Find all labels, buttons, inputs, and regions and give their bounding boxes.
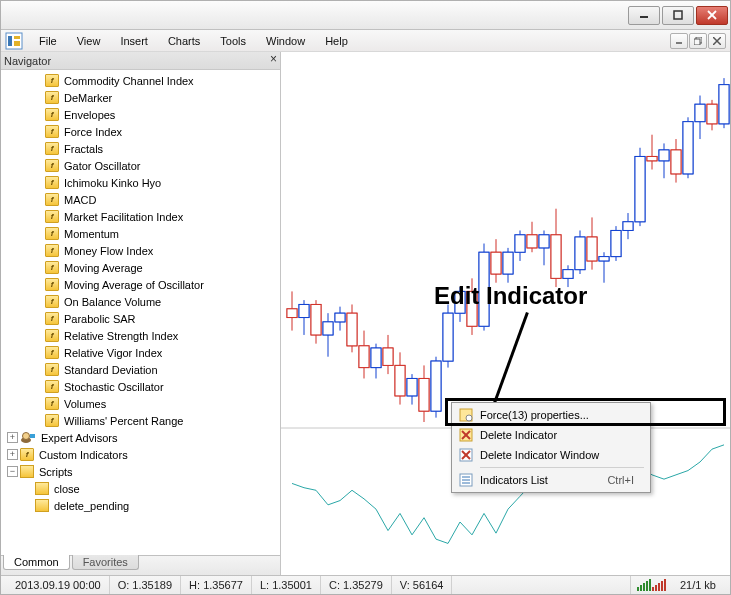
svg-rect-48 [407,378,417,395]
navigator-close-button[interactable]: × [270,53,277,65]
tree-indicator-item[interactable]: DeMarker [7,89,280,106]
tree-indicator-item[interactable]: Moving Average [7,259,280,276]
script-icon [35,499,49,512]
tree-label: Williams' Percent Range [64,415,183,427]
indicator-icon [45,346,59,359]
menu-view[interactable]: View [67,33,111,49]
tree-indicator-item[interactable]: Ichimoku Kinko Hyo [7,174,280,191]
svg-rect-36 [359,346,369,368]
menu-window[interactable]: Window [256,33,315,49]
expander-icon[interactable]: + [7,449,18,460]
tree-indicator-item[interactable]: Moving Average of Oscillator [7,276,280,293]
app-icon [5,32,23,50]
tree-indicator-item[interactable]: Money Flow Index [7,242,280,259]
tree-indicator-item[interactable]: Momentum [7,225,280,242]
delete-window-icon [458,447,474,463]
annotation-label: Edit Indicator [434,282,587,310]
tree-indicator-item[interactable]: Force Index [7,123,280,140]
expander-icon[interactable]: − [7,466,18,477]
menu-file[interactable]: File [29,33,67,49]
svg-rect-39 [371,348,381,368]
tree-script-item[interactable]: close [7,480,280,497]
indicator-icon [45,397,59,410]
window-maximize-button[interactable] [662,6,694,25]
tree-indicator-item[interactable]: Stochastic Oscillator [7,378,280,395]
ctx-separator [480,467,644,468]
indicator-icon [45,329,59,342]
tree-label: Moving Average [64,262,143,274]
mdi-minimize-button[interactable] [670,33,688,49]
tab-common[interactable]: Common [3,555,70,570]
chart-area[interactable]: Edit Indicator Force(13) properties... D… [281,52,730,575]
window-minimize-button[interactable] [628,6,660,25]
tree-label: Parabolic SAR [64,313,136,325]
tree-script-item[interactable]: delete_pending [7,497,280,514]
tree-label: Gator Oscillator [64,160,140,172]
tree-indicator-item[interactable]: Standard Deviation [7,361,280,378]
svg-rect-126 [719,85,729,124]
tree-indicator-item[interactable]: Parabolic SAR [7,310,280,327]
tree-label: Force Index [64,126,122,138]
svg-rect-90 [575,237,585,270]
svg-rect-117 [683,122,693,174]
tree-indicator-item[interactable]: Williams' Percent Range [7,412,280,429]
tree-label: On Balance Volume [64,296,161,308]
indicator-icon [45,91,59,104]
menu-insert[interactable]: Insert [110,33,158,49]
delete-indicator-icon [458,427,474,443]
svg-rect-5 [8,36,12,46]
tab-favorites[interactable]: Favorites [72,555,139,570]
menu-help[interactable]: Help [315,33,358,49]
tree-indicator-item[interactable]: Envelopes [7,106,280,123]
tree-indicator-item[interactable]: Volumes [7,395,280,412]
expander-icon[interactable]: + [7,432,18,443]
svg-rect-72 [503,252,513,274]
tree-scripts[interactable]: − Scripts [7,463,280,480]
ctx-label: Indicators List [480,474,548,486]
svg-rect-96 [599,257,609,261]
menubar: File View Insert Charts Tools Window Hel… [1,30,730,52]
indicator-icon [45,176,59,189]
tree-indicator-item[interactable]: Gator Oscillator [7,157,280,174]
tree-label: Commodity Channel Index [64,75,194,87]
svg-rect-111 [659,150,669,161]
tree-label: DeMarker [64,92,112,104]
tree-custom-indicators[interactable]: + Custom Indicators [7,446,280,463]
indicator-icon [45,108,59,121]
ctx-delete-indicator[interactable]: Delete Indicator [454,425,648,445]
tree-expert-advisors[interactable]: + Expert Advisors [7,429,280,446]
tree-indicator-item[interactable]: Fractals [7,140,280,157]
svg-rect-78 [527,235,537,248]
svg-rect-51 [419,378,429,411]
statusbar: 2013.09.19 00:00 O: 1.35189 H: 1.35677 L… [1,575,730,594]
tree-indicator-item[interactable]: Relative Strength Index [7,327,280,344]
tree-label: Market Facilitation Index [64,211,183,223]
ctx-delete-window[interactable]: Delete Indicator Window [454,445,648,465]
tree-indicator-item[interactable]: On Balance Volume [7,293,280,310]
menu-charts[interactable]: Charts [158,33,210,49]
tree-label: Standard Deviation [64,364,158,376]
svg-rect-108 [647,156,657,160]
tree-indicator-item[interactable]: Relative Vigor Index [7,344,280,361]
mdi-restore-button[interactable] [689,33,707,49]
tree-indicator-item[interactable]: MACD [7,191,280,208]
svg-rect-105 [635,156,645,221]
ctx-properties[interactable]: Force(13) properties... [454,405,648,425]
navigator-tree[interactable]: Commodity Channel IndexDeMarkerEnvelopes… [1,70,280,555]
indicator-icon [45,363,59,376]
svg-rect-99 [611,230,621,256]
navigator-panel: Navigator × Commodity Channel IndexDeMar… [1,52,281,575]
tree-indicator-item[interactable]: Commodity Channel Index [7,72,280,89]
window-close-button[interactable] [696,6,728,25]
expert-advisors-icon [20,431,36,444]
mdi-close-button[interactable] [708,33,726,49]
tree-label: Momentum [64,228,119,240]
svg-rect-69 [491,252,501,274]
tree-indicator-item[interactable]: Market Facilitation Index [7,208,280,225]
menu-tools[interactable]: Tools [210,33,256,49]
svg-rect-75 [515,235,525,252]
svg-rect-33 [347,313,357,346]
status-open: O: 1.35189 [110,576,181,594]
ctx-indicators-list[interactable]: Indicators List Ctrl+I [454,470,648,490]
status-low: L: 1.35001 [252,576,321,594]
